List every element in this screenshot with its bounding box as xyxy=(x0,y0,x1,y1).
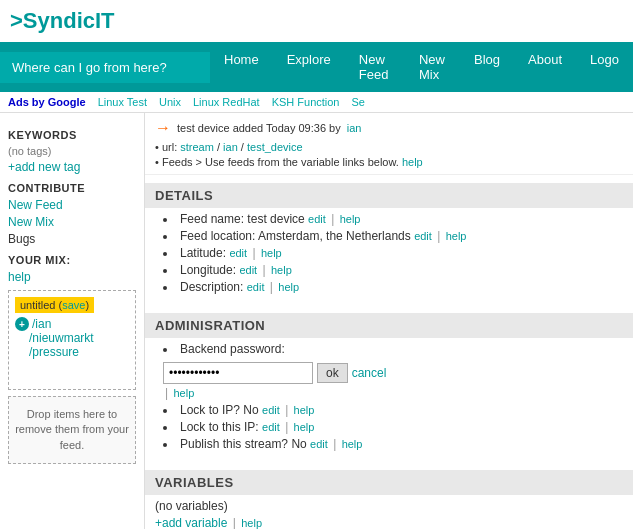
variables-help-link[interactable]: help xyxy=(241,517,262,529)
sidebar-help-link[interactable]: help xyxy=(8,270,136,284)
nav-home[interactable]: Home xyxy=(210,42,273,92)
variables-section: (no variables) +add variable | help xyxy=(145,499,633,529)
main-layout: KEYWORDS (no tags) +add new tag CONTRIBU… xyxy=(0,113,633,529)
lock-ip-help[interactable]: help xyxy=(294,404,315,416)
sidebar-new-feed-link[interactable]: New Feed xyxy=(8,198,136,212)
this-ip-edit[interactable]: edit xyxy=(262,421,280,433)
lock-ip-edit[interactable]: edit xyxy=(262,404,280,416)
content: → test device added Today 09:36 by ian •… xyxy=(145,113,633,529)
ads-link-se[interactable]: Se xyxy=(352,96,365,108)
publish-edit[interactable]: edit xyxy=(310,438,328,450)
details-section: Feed name: test device edit | help Feed … xyxy=(145,212,633,305)
ads-label: Ads by Google xyxy=(8,96,86,108)
backend-password-item: Backend password: ok cancel | help xyxy=(163,342,623,400)
mix-path-ian[interactable]: /ian xyxy=(32,317,51,331)
mix-path-nieuwmarkt[interactable]: /nieuwmarkt xyxy=(29,331,94,345)
detail-feed-name: Feed name: test device edit | help xyxy=(163,212,623,226)
ads-bar: Ads by Google Linux Test Unix Linux RedH… xyxy=(0,92,633,113)
admin-section: Backend password: ok cancel | help Lock … xyxy=(145,342,633,462)
variables-header: VARIABLES xyxy=(145,470,633,495)
lock-to-ip-item: Lock to IP? No edit | help xyxy=(163,403,623,417)
detail-description: Description: edit | help xyxy=(163,280,623,294)
longitude-edit[interactable]: edit xyxy=(239,264,257,276)
admin-header: ADMINISRATION xyxy=(145,313,633,338)
mix-item-1: + /ian xyxy=(15,317,129,331)
detail-feed-location: Feed location: Amsterdam, the Netherland… xyxy=(163,229,623,243)
contribute-title: CONTRIBUTE xyxy=(8,182,136,194)
sidebar-new-mix-link[interactable]: New Mix xyxy=(8,215,136,229)
password-input[interactable] xyxy=(163,362,313,384)
your-mix-title: YOUR MIX: xyxy=(8,254,136,266)
nav-blog[interactable]: Blog xyxy=(460,42,514,92)
mix-path-pressure[interactable]: /pressure xyxy=(29,345,79,359)
header: >SyndicIT xyxy=(0,0,633,42)
device-user-link[interactable]: ian xyxy=(347,122,362,134)
publish-help[interactable]: help xyxy=(342,438,363,450)
sidebar: KEYWORDS (no tags) +add new tag CONTRIBU… xyxy=(0,113,145,529)
feed-location-help[interactable]: help xyxy=(446,230,467,242)
ads-link-ksh[interactable]: KSH Function xyxy=(272,96,340,108)
password-row: ok cancel xyxy=(163,362,623,384)
feeds-help-link[interactable]: help xyxy=(402,156,423,168)
nav-new-feed[interactable]: New Feed xyxy=(345,42,405,92)
description-help[interactable]: help xyxy=(278,281,299,293)
info-bar: → test device added Today 09:36 by ian •… xyxy=(145,113,633,175)
this-ip-help[interactable]: help xyxy=(294,421,315,433)
nav-explore[interactable]: Explore xyxy=(273,42,345,92)
lock-this-ip-item: Lock to this IP: edit | help xyxy=(163,420,623,434)
url-row: • url: stream / ian / test_device xyxy=(155,141,623,153)
admin-list: Backend password: ok cancel | help Lock … xyxy=(155,342,623,451)
feed-location-edit[interactable]: edit xyxy=(414,230,432,242)
detail-longitude: Longitude: edit | help xyxy=(163,263,623,277)
no-variables-text: (no variables) xyxy=(155,499,623,513)
nav-links: Home Explore New Feed New Mix Blog About… xyxy=(210,42,633,92)
description-edit[interactable]: edit xyxy=(247,281,265,293)
feed-name-edit[interactable]: edit xyxy=(308,213,326,225)
nav-new-mix[interactable]: New Mix xyxy=(405,42,460,92)
nav-logo[interactable]: Logo xyxy=(576,42,633,92)
mix-add-icon[interactable]: + xyxy=(15,317,29,331)
device-info-row: → test device added Today 09:36 by ian xyxy=(155,119,623,137)
add-tag-link[interactable]: +add new tag xyxy=(8,160,136,174)
logo: >SyndicIT xyxy=(10,8,115,33)
cancel-link[interactable]: cancel xyxy=(352,366,387,380)
details-header: DETAILS xyxy=(145,183,633,208)
add-variable-link[interactable]: +add variable xyxy=(155,516,227,529)
latitude-help[interactable]: help xyxy=(261,247,282,259)
mix-title: untitled (save) xyxy=(15,297,94,313)
feeds-msg: • Feeds > Use feeds from the variable li… xyxy=(155,156,623,168)
bugs-label: Bugs xyxy=(8,232,136,246)
search-box: Where can I go from here? xyxy=(0,52,210,83)
mix-save-link[interactable]: save xyxy=(62,299,85,311)
device-info-text: test device added Today 09:36 by xyxy=(177,122,341,134)
orange-arrow-icon: → xyxy=(155,119,171,137)
mix-item-3: /pressure xyxy=(29,345,129,359)
no-tags-label: (no tags) xyxy=(8,145,136,157)
keywords-title: KEYWORDS xyxy=(8,129,136,141)
ads-link-unix[interactable]: Unix xyxy=(159,96,181,108)
stream-link[interactable]: stream xyxy=(180,141,214,153)
longitude-help[interactable]: help xyxy=(271,264,292,276)
drop-zone: Drop items here to remove them from your… xyxy=(8,396,136,464)
latitude-edit[interactable]: edit xyxy=(229,247,247,259)
nav-about[interactable]: About xyxy=(514,42,576,92)
mix-item-2: /nieuwmarkt xyxy=(29,331,129,345)
ads-link-linux-redhat[interactable]: Linux RedHat xyxy=(193,96,260,108)
publish-stream-item: Publish this stream? No edit | help xyxy=(163,437,623,451)
ian-link[interactable]: ian xyxy=(223,141,238,153)
feed-name-help[interactable]: help xyxy=(340,213,361,225)
navbar: Where can I go from here? Home Explore N… xyxy=(0,42,633,92)
test-device-link[interactable]: test_device xyxy=(247,141,303,153)
password-help-link[interactable]: help xyxy=(173,387,194,399)
detail-latitude: Latitude: edit | help xyxy=(163,246,623,260)
add-variable-row: +add variable | help xyxy=(155,516,623,529)
mix-box: untitled (save) + /ian /nieuwmarkt /pres… xyxy=(8,290,136,390)
ok-button[interactable]: ok xyxy=(317,363,348,383)
ads-link-linux-test[interactable]: Linux Test xyxy=(98,96,147,108)
details-list: Feed name: test device edit | help Feed … xyxy=(155,212,623,294)
